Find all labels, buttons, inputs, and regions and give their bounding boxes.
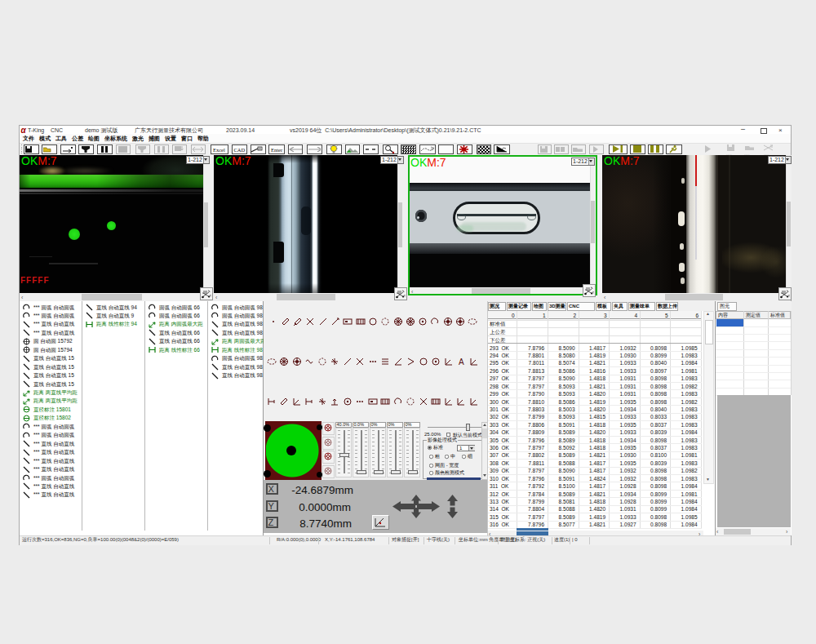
svg-text:A: A: [459, 358, 464, 366]
